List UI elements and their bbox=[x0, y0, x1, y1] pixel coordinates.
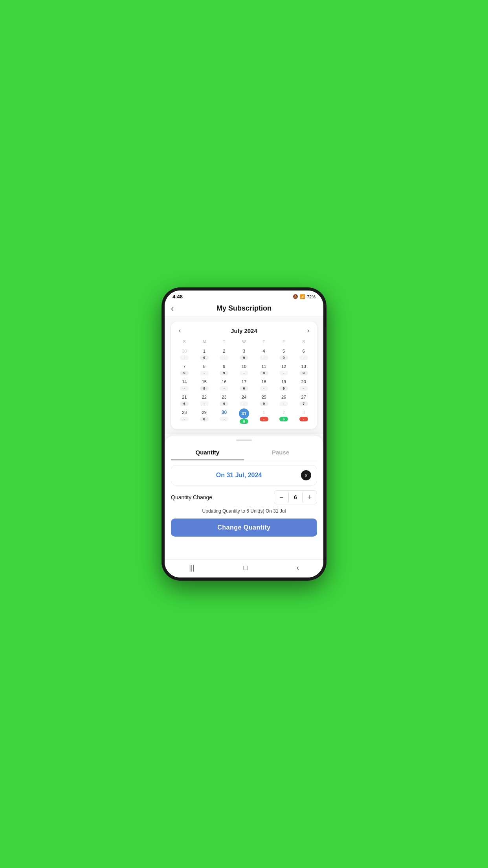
calendar-cell[interactable]: 1- bbox=[254, 408, 273, 425]
calendar-cell[interactable]: 26 bbox=[274, 408, 294, 425]
calendar-badge: - bbox=[260, 386, 268, 391]
calendar-cell[interactable]: 12- bbox=[274, 362, 294, 376]
calendar-badge: - bbox=[220, 417, 228, 421]
calendar-date: 1 bbox=[199, 347, 209, 355]
calendar-badge: 9 bbox=[220, 371, 228, 375]
header: ‹ My Subscription bbox=[165, 301, 323, 317]
calendar-badge: 7 bbox=[299, 401, 308, 406]
calendar-cell[interactable]: 14- bbox=[175, 377, 194, 392]
calendar-cell[interactable]: 19 bbox=[195, 346, 214, 361]
calendar-badge: - bbox=[299, 386, 308, 391]
battery-label: 72% bbox=[307, 294, 316, 299]
calendar-badge: - bbox=[200, 401, 209, 406]
calendar-badge: - bbox=[180, 386, 189, 391]
change-quantity-button[interactable]: Change Quantity bbox=[171, 519, 317, 537]
bottom-sheet: Quantity Pause On 31 Jul, 2024 × Quantit… bbox=[165, 436, 323, 577]
calendar-cell[interactable]: 139 bbox=[294, 362, 313, 376]
status-icons: 🔕 📶 72% bbox=[293, 294, 316, 299]
quantity-info-text: Updating Quantity to 6 Unit(s) On 31 Jul bbox=[171, 508, 317, 514]
calendar-date: 5 bbox=[279, 347, 289, 355]
calendar-cell[interactable]: 216 bbox=[175, 392, 194, 407]
calendar-date: 6 bbox=[299, 347, 309, 355]
calendar-cell[interactable]: 30- bbox=[175, 346, 194, 361]
calendar-date: 28 bbox=[179, 408, 189, 416]
status-time: 4:48 bbox=[172, 294, 183, 300]
selected-date-text: On 31 Jul, 2024 bbox=[177, 472, 301, 479]
calendar-badge: 9 bbox=[299, 371, 308, 375]
calendar-cell[interactable]: 30- bbox=[215, 408, 234, 425]
calendar-cell[interactable]: 259 bbox=[254, 392, 273, 407]
calendar-cell[interactable]: 10- bbox=[235, 362, 254, 376]
calendar-date: 23 bbox=[219, 393, 229, 401]
back-button[interactable]: ‹ bbox=[171, 304, 174, 313]
mute-icon: 🔕 bbox=[293, 294, 298, 299]
calendar-cell[interactable]: 79 bbox=[175, 362, 194, 376]
tab-pause[interactable]: Pause bbox=[244, 445, 317, 460]
calendar-cell[interactable]: 8- bbox=[195, 362, 214, 376]
calendar-cell[interactable]: 6- bbox=[294, 346, 313, 361]
calendar-cell[interactable]: 199 bbox=[274, 377, 294, 392]
menu-icon[interactable]: ||| bbox=[189, 564, 194, 572]
quantity-value: 6 bbox=[288, 493, 303, 502]
calendar-cell[interactable]: 316 bbox=[235, 408, 254, 425]
calendar-cell[interactable]: 22- bbox=[195, 392, 214, 407]
calendar-day-header: S bbox=[294, 339, 313, 346]
tab-quantity[interactable]: Quantity bbox=[171, 445, 244, 460]
calendar-date: 25 bbox=[259, 393, 269, 401]
calendar-badge: 6 bbox=[240, 419, 248, 424]
calendar-date: 15 bbox=[199, 378, 209, 386]
calendar-date: 19 bbox=[279, 378, 289, 386]
calendar-badge: - bbox=[260, 355, 268, 360]
calendar-badge: 8 bbox=[200, 417, 209, 421]
calendar-cell[interactable]: 28- bbox=[175, 408, 194, 425]
calendar-date: 30 bbox=[179, 347, 189, 355]
calendar-cell[interactable]: 18- bbox=[254, 377, 273, 392]
calendar-date: 3 bbox=[239, 347, 249, 355]
calendar-badge: 9 bbox=[279, 386, 288, 391]
calendar-cell[interactable]: 99 bbox=[215, 362, 234, 376]
calendar-badge: 9 bbox=[279, 355, 288, 360]
calendar-date: 10 bbox=[239, 362, 249, 370]
calendar-cell[interactable]: 59 bbox=[274, 346, 294, 361]
calendar-cell[interactable]: 3- bbox=[294, 408, 313, 425]
calendar-cell[interactable]: 39 bbox=[235, 346, 254, 361]
calendar-card: ‹ July 2024 › SMTWTFS30-192-394-596-798-… bbox=[171, 322, 317, 429]
calendar-date: 18 bbox=[259, 378, 269, 386]
calendar-cell[interactable]: 176 bbox=[235, 377, 254, 392]
calendar-cell[interactable]: 2- bbox=[215, 346, 234, 361]
calendar-badge: - bbox=[279, 401, 288, 406]
calendar-cell[interactable]: 26- bbox=[274, 392, 294, 407]
calendar-date: 12 bbox=[279, 362, 289, 370]
calendar-badge: 9 bbox=[200, 386, 209, 391]
calendar-cell[interactable]: 20- bbox=[294, 377, 313, 392]
page-title: My Subscription bbox=[216, 304, 272, 313]
tabs-row: Quantity Pause bbox=[171, 445, 317, 460]
calendar-badge: - bbox=[299, 417, 308, 421]
prev-month-button[interactable]: ‹ bbox=[176, 326, 183, 335]
calendar-date: 7 bbox=[179, 362, 189, 370]
next-month-button[interactable]: › bbox=[305, 326, 312, 335]
nav-back-icon[interactable]: ‹ bbox=[297, 564, 299, 572]
calendar-date: 1 bbox=[259, 408, 269, 416]
quantity-row: Quantity Change − 6 + bbox=[171, 490, 317, 504]
calendar-cell[interactable]: 277 bbox=[294, 392, 313, 407]
quantity-stepper: − 6 + bbox=[274, 490, 317, 504]
calendar-badge: 9 bbox=[260, 401, 268, 406]
calendar-cell[interactable]: 119 bbox=[254, 362, 273, 376]
decrement-button[interactable]: − bbox=[274, 491, 288, 504]
calendar-cell[interactable]: 24- bbox=[235, 392, 254, 407]
calendar-cell[interactable]: 298 bbox=[195, 408, 214, 425]
calendar-date: 2 bbox=[279, 408, 289, 416]
calendar-cell[interactable]: 239 bbox=[215, 392, 234, 407]
home-icon[interactable]: □ bbox=[244, 564, 248, 572]
calendar-badge: - bbox=[220, 355, 228, 360]
calendar-cell[interactable]: 159 bbox=[195, 377, 214, 392]
sheet-handle bbox=[236, 440, 252, 441]
calendar-cell[interactable]: 16- bbox=[215, 377, 234, 392]
calendar-cell[interactable]: 4- bbox=[254, 346, 273, 361]
increment-button[interactable]: + bbox=[303, 491, 317, 504]
calendar-badge: - bbox=[220, 386, 228, 391]
calendar-day-header: M bbox=[195, 339, 214, 346]
calendar-date: 14 bbox=[179, 378, 189, 386]
close-date-button[interactable]: × bbox=[301, 470, 311, 480]
